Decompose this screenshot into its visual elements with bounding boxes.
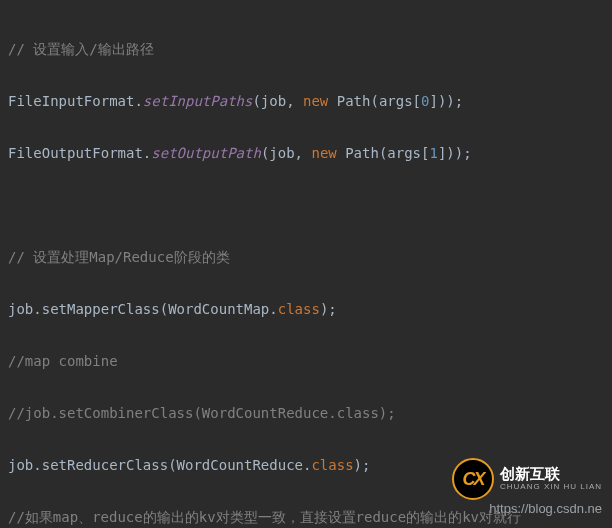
code-text: (job, <box>252 93 303 109</box>
comment-line: // 设置处理Map/Reduce阶段的类 <box>8 249 230 265</box>
static-method: setInputPaths <box>143 93 253 109</box>
code-text: Path(args[ <box>345 145 429 161</box>
code-text: job.setMapperClass(WordCountMap. <box>8 301 278 317</box>
static-method: setOutputPath <box>151 145 261 161</box>
keyword-new: new <box>311 145 345 161</box>
comment-line: //如果map、reduce的输出的kv对类型一致，直接设置reduce的输出的… <box>8 509 521 525</box>
code-editor[interactable]: // 设置输入/输出路径 FileInputFormat.setInputPat… <box>0 0 612 528</box>
keyword-class: class <box>278 301 320 317</box>
number-literal: 1 <box>429 145 437 161</box>
code-text: job.setReducerClass(WordCountReduce. <box>8 457 311 473</box>
keyword-class: class <box>311 457 353 473</box>
code-text: FileInputFormat. <box>8 93 143 109</box>
code-text: ); <box>320 301 337 317</box>
code-text: Path(args[ <box>337 93 421 109</box>
brand-logo: CX 创新互联 CHUANG XIN HU LIAN <box>452 458 602 500</box>
comment-line: //job.setCombinerClass(WordCountReduce.c… <box>8 405 396 421</box>
logo-text-main: 创新互联 <box>500 466 602 483</box>
keyword-new: new <box>303 93 337 109</box>
comment-line: //map combine <box>8 353 118 369</box>
code-text: (job, <box>261 145 312 161</box>
code-text: FileOutputFormat. <box>8 145 151 161</box>
code-text: ); <box>354 457 371 473</box>
code-text: ])); <box>438 145 472 161</box>
code-text: ])); <box>429 93 463 109</box>
comment-line: // 设置输入/输出路径 <box>8 41 154 57</box>
logo-mark-icon: CX <box>452 458 494 500</box>
logo-text-sub: CHUANG XIN HU LIAN <box>500 483 602 492</box>
